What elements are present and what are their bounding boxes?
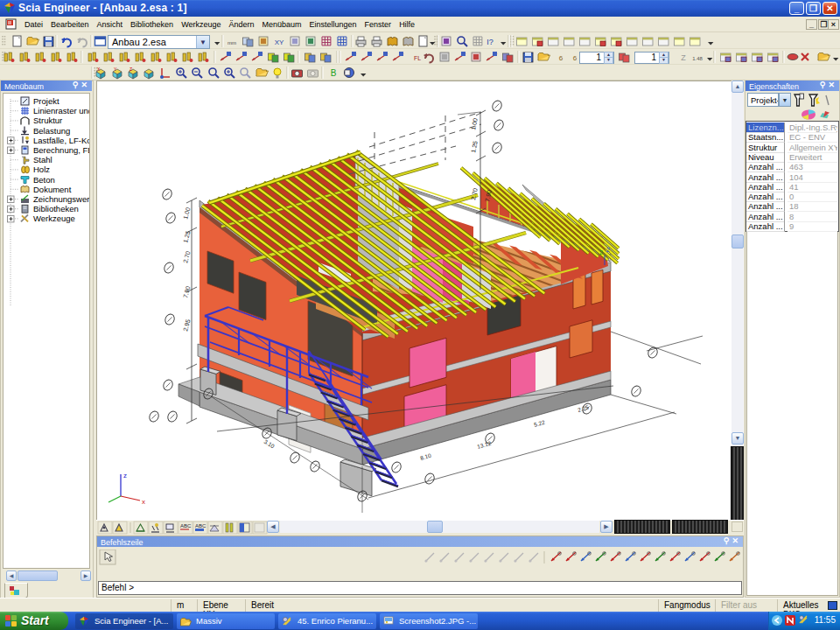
svg-text:1.48: 1.48 bbox=[692, 56, 703, 61]
svg-text:Bibliotheken: Bibliotheken bbox=[33, 204, 79, 214]
svg-text:Linienraster und G: Linienraster und G bbox=[33, 106, 90, 116]
svg-text:1.00: 1.00 bbox=[470, 117, 479, 130]
svg-text:ABC: ABC bbox=[180, 523, 192, 528]
svg-text:2: 2 bbox=[599, 249, 603, 256]
svg-text:Stahl: Stahl bbox=[33, 155, 52, 164]
svg-text:Beton: Beton bbox=[33, 175, 55, 185]
svg-text:6: 6 bbox=[573, 54, 578, 62]
svg-text:z: z bbox=[123, 472, 127, 480]
svg-text:FL: FL bbox=[414, 55, 421, 61]
svg-text:7.90: 7.90 bbox=[182, 285, 191, 298]
svg-text:XY: XY bbox=[275, 38, 284, 46]
svg-text:mm: mm bbox=[228, 40, 236, 46]
svg-text:Z: Z bbox=[681, 53, 686, 62]
svg-text:2: 2 bbox=[606, 247, 610, 253]
svg-text:2.70: 2.70 bbox=[182, 250, 191, 263]
svg-text:Belastung: Belastung bbox=[33, 126, 70, 136]
svg-text:Z: Z bbox=[130, 66, 132, 72]
svg-text:Projekt: Projekt bbox=[33, 96, 60, 106]
svg-text:1.25: 1.25 bbox=[182, 230, 191, 243]
svg-text:Struktur: Struktur bbox=[33, 116, 62, 125]
svg-text:Zeichnungswerkz: Zeichnungswerkz bbox=[33, 194, 90, 204]
svg-text:6: 6 bbox=[559, 54, 564, 62]
svg-text:Holz: Holz bbox=[33, 164, 50, 174]
svg-text:Werkzeuge: Werkzeuge bbox=[33, 214, 75, 223]
svg-text:B: B bbox=[331, 68, 337, 78]
svg-text:Dokument: Dokument bbox=[33, 185, 72, 194]
svg-text:3.10: 3.10 bbox=[262, 438, 276, 450]
svg-text:ABC: ABC bbox=[195, 523, 206, 528]
svg-text:2.95: 2.95 bbox=[182, 318, 191, 332]
svg-text:Berechnung, FE-N: Berechnung, FE-N bbox=[33, 145, 90, 155]
svg-text:Lastfälle, LF-Komb: Lastfälle, LF-Komb bbox=[33, 136, 90, 145]
svg-text:5.22: 5.22 bbox=[533, 419, 545, 428]
svg-text:I?: I? bbox=[486, 38, 494, 46]
svg-text:1.25: 1.25 bbox=[470, 140, 479, 153]
svg-text:2.70: 2.70 bbox=[470, 187, 479, 200]
svg-text:8.10: 8.10 bbox=[419, 452, 431, 461]
svg-text:x: x bbox=[142, 498, 145, 506]
svg-text:13.12: 13.12 bbox=[476, 440, 492, 450]
svg-text:1.00: 1.00 bbox=[182, 206, 191, 220]
